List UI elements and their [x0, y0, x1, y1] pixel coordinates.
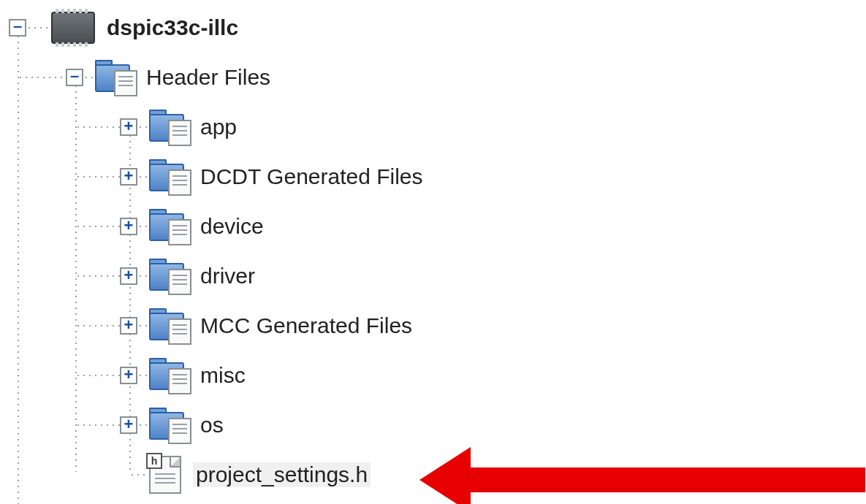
tree-connector: [137, 325, 148, 327]
tree-connector: [137, 375, 148, 376]
tree-row-folder[interactable]: os: [0, 400, 866, 450]
folder-label: MCC Generated Files: [200, 313, 412, 338]
tree-connector: [75, 226, 121, 227]
folder-icon: [149, 260, 189, 292]
tree-row-header-files[interactable]: Header Files: [0, 53, 866, 102]
tree-row-folder[interactable]: driver: [0, 251, 866, 301]
folder-label: os: [200, 413, 224, 438]
folder-icon: [149, 359, 189, 392]
tree-connector: [137, 275, 148, 277]
tree-row-folder[interactable]: misc: [0, 351, 866, 400]
tree-connector: [75, 126, 121, 128]
expand-toggle-icon[interactable]: [120, 218, 137, 235]
tree-connector: [75, 325, 121, 327]
tree-connector: [75, 176, 121, 177]
folder-icon: [149, 210, 189, 243]
tree-connector: [137, 126, 148, 128]
tree-connector: [137, 226, 148, 227]
tree-connector: [75, 275, 121, 277]
file-badge-label: h: [146, 453, 162, 469]
folder-icon: [149, 111, 189, 143]
expand-toggle-icon[interactable]: [120, 317, 137, 335]
expand-toggle-icon[interactable]: [120, 118, 137, 136]
folder-label: app: [200, 115, 237, 140]
tree-connector: [18, 77, 66, 78]
tree-connector: [75, 424, 121, 426]
file-label: project_settings.h: [193, 462, 371, 487]
tree-connector: [75, 375, 121, 376]
tree-row-project[interactable]: dspic33c-illc: [0, 3, 866, 53]
tree-row-folder[interactable]: DCDT Generated Files: [0, 152, 866, 202]
annotation-arrow-icon: [419, 447, 865, 504]
expand-toggle-icon[interactable]: [120, 416, 137, 434]
folder-icon: [149, 409, 189, 441]
tree-connector: [26, 27, 50, 28]
folder-icon: [95, 61, 134, 93]
tree-connector: [83, 77, 94, 78]
collapse-toggle-icon[interactable]: [9, 19, 26, 37]
folder-label: driver: [200, 264, 255, 289]
folder-icon: [149, 310, 189, 342]
tree-connector: [137, 176, 148, 177]
tree-connector: [137, 424, 148, 426]
expand-toggle-icon[interactable]: [120, 367, 137, 384]
header-file-icon: h: [149, 456, 181, 494]
folder-label: Header Files: [146, 65, 270, 90]
tree-connector: [129, 474, 148, 476]
chip-icon: [51, 12, 95, 44]
tree-row-folder[interactable]: app: [0, 102, 866, 152]
tree-row-folder[interactable]: device: [0, 202, 866, 251]
folder-label: device: [200, 214, 264, 239]
folder-label: misc: [200, 363, 246, 388]
collapse-toggle-icon[interactable]: [66, 69, 83, 86]
project-name-label: dspic33c-illc: [107, 15, 238, 40]
tree-row-folder[interactable]: MCC Generated Files: [0, 301, 866, 351]
folder-icon: [149, 161, 189, 193]
project-tree: dspic33c-illc Header Files app DCDT Gene…: [0, 0, 866, 500]
expand-toggle-icon[interactable]: [120, 168, 137, 186]
folder-label: DCDT Generated Files: [200, 164, 423, 189]
expand-toggle-icon[interactable]: [120, 267, 137, 285]
